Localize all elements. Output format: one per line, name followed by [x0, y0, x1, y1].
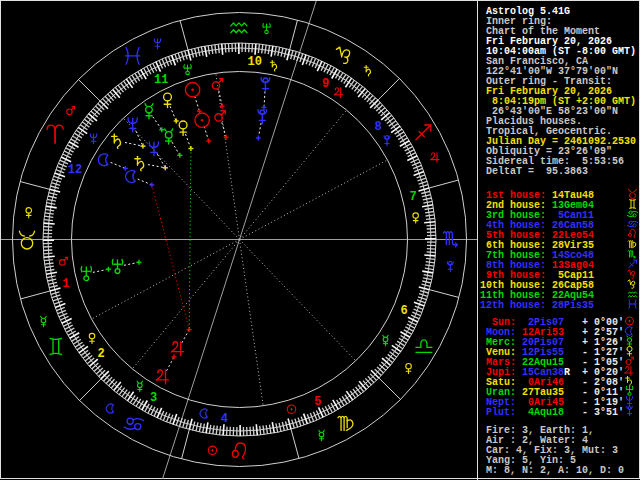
- svg-text:8: 8: [374, 120, 381, 134]
- svg-text:4Aqu18: 4Aqu18: [522, 407, 564, 418]
- svg-text:6: 6: [400, 304, 407, 318]
- svg-text:Plut:: Plut:: [480, 407, 516, 418]
- svg-text:11: 11: [154, 73, 168, 87]
- svg-text:28Pis35: 28Pis35: [552, 300, 594, 311]
- svg-text:12: 12: [68, 163, 82, 177]
- svg-text:M: 8, N: 2, A: 10, D: 0: M: 8, N: 2, A: 10, D: 0: [486, 465, 624, 476]
- svg-text:- 3°51': - 3°51': [582, 407, 624, 418]
- svg-text:10: 10: [247, 55, 261, 69]
- svg-text:1: 1: [62, 277, 69, 291]
- svg-text:12th house:: 12th house:: [480, 300, 546, 311]
- svg-text:7: 7: [409, 190, 416, 204]
- svg-text:4: 4: [221, 412, 228, 426]
- svg-text:3: 3: [150, 391, 157, 405]
- svg-text:DeltaT = 95.3863: DeltaT = 95.3863: [486, 166, 588, 177]
- svg-text:5: 5: [314, 395, 321, 409]
- svg-text:9: 9: [322, 77, 329, 91]
- svg-text:2: 2: [97, 347, 104, 361]
- svg-text:R: R: [564, 367, 570, 378]
